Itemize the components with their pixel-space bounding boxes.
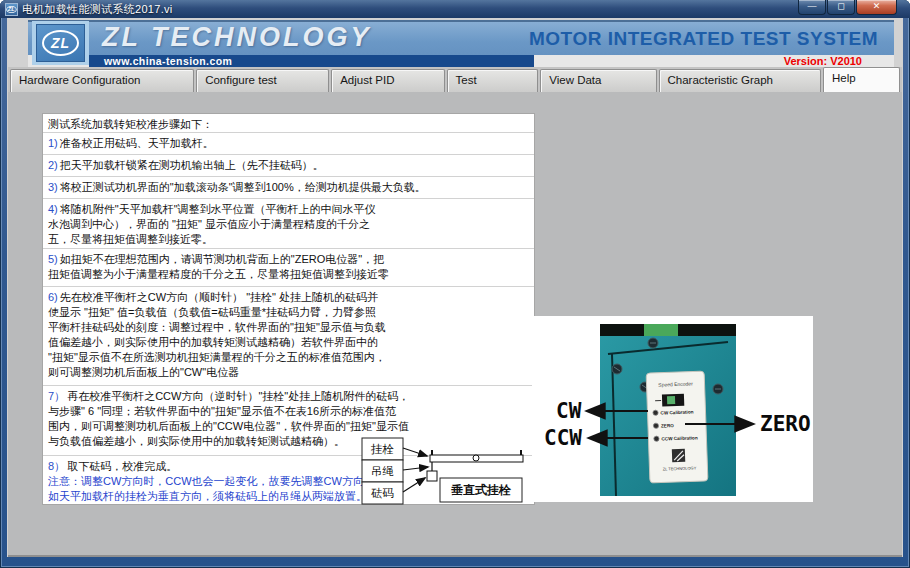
rope-arrow [403, 467, 428, 470]
pin-label: 挂栓 [370, 443, 395, 455]
step-text: 将校正测试功机界面的"加载滚动条"调整到100%，给测功机提供最大负载。 [60, 181, 426, 193]
step-text: 如扭矩不在理想范围内，请调节测功机背面上的"ZERO电位器"，把 扭矩值调整为小… [48, 253, 389, 280]
tab-characteristic-graph[interactable]: Characteristic Graph [659, 69, 822, 92]
weight-label: 砝码 [371, 487, 394, 499]
step-number: 6) [48, 291, 58, 303]
calibration-step-row: 3)将校正测试功机界面的"加载滚动条"调整到100%，给测功机提供最大负载。 [43, 177, 534, 199]
app-icon: ZL [5, 3, 18, 16]
calibration-step-row: 5)如扭矩不在理想范围内，请调节测功机背面上的"ZERO电位器"，把 扭矩值调整… [43, 249, 534, 287]
close-button[interactable]: ✕ [856, 0, 897, 15]
step-text: 将随机附件"天平加载杆"调整到水平位置（平衡杆上的中间水平仪 水泡调到中心），界… [48, 203, 376, 245]
step-number: 2) [48, 159, 58, 171]
application-window: ZL 电机加载性能测试系统2017.vi — ◻ ✕ ZL ZL TECHNOL… [0, 0, 910, 568]
cw-potentiometer [653, 410, 658, 415]
ccw-callout-label: CCW [544, 426, 582, 450]
tab-hardware-configuration[interactable]: Hardware Configuration [10, 69, 194, 92]
calibration-title-row: 测试系统加载转矩校准步骤如下： [43, 114, 534, 133]
weight-square [427, 471, 437, 481]
step-text: 把天平加载杆锁紧在测功机输出轴上（先不挂砝码）。 [60, 159, 324, 171]
diagram-caption: 垂直式挂栓 [451, 483, 512, 497]
maximize-button[interactable]: ◻ [827, 0, 855, 15]
app-icon-monogram: ZL [6, 5, 16, 12]
calibration-step-row: 2)把天平加载杆锁紧在测功机输出轴上（先不挂砝码）。 [43, 155, 534, 177]
window-controls: — ◻ ✕ [798, 0, 897, 15]
tab-bar: Hardware ConfigurationConfigure testAdju… [8, 67, 902, 92]
tab-help[interactable]: Help [823, 67, 900, 92]
rear-panel-photo: Speed Encoder CW Calibration ZERO CCW Ca… [532, 316, 813, 502]
plate-item-zero: ZERO [661, 423, 674, 428]
rope-label: 吊绳 [371, 465, 394, 477]
tab-adjust-pid[interactable]: Adjust PID [331, 69, 444, 92]
step-text: 取下砝码，校准完成。 [67, 460, 177, 472]
tab-configure-test[interactable]: Configure test [196, 69, 329, 92]
balance-beam [427, 450, 523, 481]
calibration-step-row: 6)先在校准平衡杆之CW方向（顺时针） "挂栓" 处挂上随机的砝码并 使显示 "… [43, 287, 534, 386]
cw-callout-label: CW [556, 399, 582, 423]
window-title: 电机加载性能测试系统2017.vi [22, 2, 173, 17]
zero-callout-label: ZERO [760, 412, 811, 436]
title-bar: ZL 电机加载性能测试系统2017.vi [0, 0, 910, 18]
zero-potentiometer [653, 423, 658, 428]
step-number: 4) [48, 203, 58, 215]
pin-arrow [403, 448, 427, 456]
step-number: 1) [48, 137, 58, 149]
client-area: ZL ZL TECHNOLOGY MOTOR INTEGRATED TEST S… [7, 18, 903, 557]
step-number: 7） [48, 390, 65, 402]
balance-beam-diagram: 挂栓 吊绳 砝码 垂直式挂栓 [352, 426, 537, 511]
calibration-step-row: 1)准备校正用砝码、天平加载杆。 [43, 133, 534, 155]
system-title: MOTOR INTEGRATED TEST SYSTEM [529, 28, 878, 50]
tab-view-data[interactable]: View Data [540, 69, 656, 92]
step-number: 5) [48, 253, 58, 265]
step-text: 准备校正用砝码、天平加载杆。 [60, 137, 214, 149]
brand-title: ZL TECHNOLOGY [102, 22, 372, 53]
company-logo: ZL [32, 21, 89, 65]
logo-monogram: ZL [51, 36, 70, 50]
plate-title: Speed Encoder [658, 380, 693, 387]
zl-logo-icon: ZL [36, 24, 85, 62]
app-header: ZL ZL TECHNOLOGY MOTOR INTEGRATED TEST S… [28, 20, 894, 67]
ccw-potentiometer [654, 436, 659, 441]
content-area: 测试系统加载转矩校准步骤如下：1)准备校正用砝码、天平加载杆。2)把天平加载杆锁… [8, 92, 902, 557]
weight-arrow [403, 478, 425, 492]
step-number: 8） [48, 460, 65, 472]
step-text: 先在校准平衡杆之CW方向（顺时针） "挂栓" 处挂上随机的砝码并 使显示 "扭矩… [48, 291, 386, 378]
encoder-label-plate: Speed Encoder CW Calibration ZERO CCW Ca… [646, 371, 708, 483]
step-number: 3) [48, 181, 58, 193]
tab-test[interactable]: Test [447, 69, 539, 92]
minimize-button[interactable]: — [798, 0, 826, 15]
calibration-step-row: 4)将随机附件"天平加载杆"调整到水平位置（平衡杆上的中间水平仪 水泡调到中心）… [43, 199, 534, 249]
